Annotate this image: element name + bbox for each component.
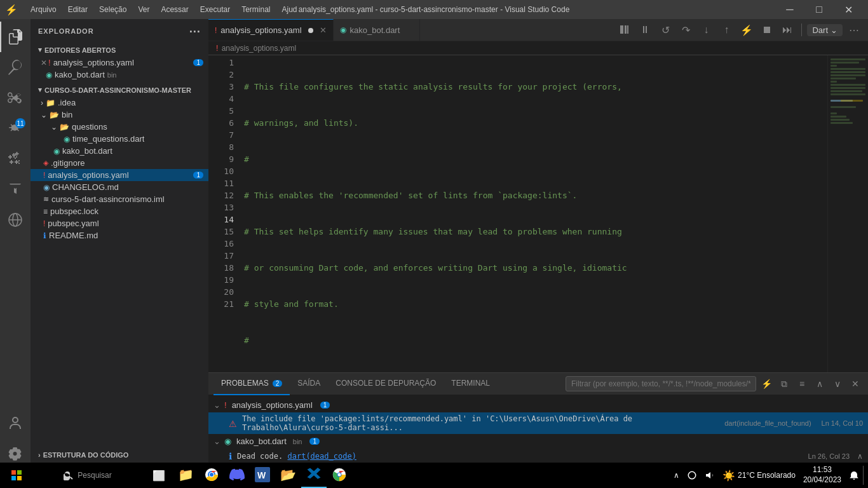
tab-kako[interactable]: ◉ kako_bot.dart ✕: [334, 19, 421, 41]
panel-toolbar: ⚡ ⧉ ≡ ∧ ∨ ✕: [566, 376, 863, 391]
taskbar-notification[interactable]: [845, 463, 863, 488]
maximize-button[interactable]: □: [804, 0, 834, 19]
sidebar-menu-icon[interactable]: ⋯: [189, 24, 201, 38]
yaml-icon-pubspec: !: [43, 219, 45, 228]
sort-btn[interactable]: ≡: [794, 376, 810, 391]
project-header[interactable]: ▾ CURSO-5-DART-ASSINCRONISMO-MASTER: [31, 83, 208, 97]
problem-item-dead-code[interactable]: ℹ Dead code. dart(dead_code) Ln 26, Col …: [208, 449, 868, 463]
menu-acessar[interactable]: Acessar: [156, 4, 193, 15]
menu-selecao[interactable]: Seleção: [94, 4, 132, 15]
activity-debug[interactable]: 11: [0, 113, 31, 144]
taskbar-word[interactable]: W: [250, 463, 275, 488]
taskbar-network[interactable]: [683, 463, 701, 488]
open-editors-header[interactable]: ▾ EDITORES ABERTOS: [31, 43, 208, 57]
problem-item-include[interactable]: ⚠ The include file 'package:lints/recomm…: [208, 412, 868, 434]
close-file-icon[interactable]: ✕: [41, 58, 47, 67]
project-chevron-down: ▾: [38, 86, 42, 94]
activity-accounts[interactable]: [0, 408, 31, 438]
start-button[interactable]: [3, 463, 31, 488]
file-time-questions[interactable]: ◉ time_questions.dart: [31, 133, 208, 145]
activity-explorer[interactable]: [0, 22, 31, 52]
file-kako-tree[interactable]: ◉ kako_bot.dart: [31, 145, 208, 157]
taskbar-chrome[interactable]: [199, 463, 224, 488]
taskbar-chrome-2[interactable]: [327, 463, 352, 488]
activity-extensions[interactable]: [0, 144, 31, 174]
disconnect-btn[interactable]: ⏭: [778, 21, 796, 39]
tab-kako-label: kako_bot.dart: [350, 25, 400, 35]
problem-group-kako-header[interactable]: ⌄ ◉ kako_bot.dart bin 1: [208, 434, 868, 449]
collapse-all-btn[interactable]: ⧉: [776, 376, 792, 391]
svg-rect-10: [831, 81, 837, 83]
taskbar-time[interactable]: 11:53 20/04/2023: [799, 463, 845, 488]
folder-bin[interactable]: ⌄ 📂 bin: [31, 109, 208, 121]
close-button[interactable]: ✕: [834, 0, 863, 19]
folder-questions[interactable]: ⌄ 📂 questions: [31, 121, 208, 133]
scroll-up-btn[interactable]: ∧: [812, 376, 827, 391]
file-pubspec-lock[interactable]: ≡ pubspec.lock: [31, 205, 208, 217]
menu-terminal[interactable]: Terminal: [236, 4, 275, 15]
problem-group-analysis-header[interactable]: ⌄ ! analysis_options.yaml 1: [208, 398, 868, 412]
open-file-analysis[interactable]: ✕ ! analysis_options.yaml 1: [31, 57, 208, 69]
restart-btn[interactable]: ↺: [656, 21, 674, 39]
folder-idea[interactable]: › 📁 .idea: [31, 97, 208, 109]
taskbar-volume[interactable]: [701, 463, 719, 488]
menu-editar[interactable]: Editar: [63, 4, 93, 15]
svg-rect-3: [831, 58, 865, 60]
activity-test[interactable]: [0, 174, 31, 205]
step-into-btn[interactable]: ↓: [697, 21, 715, 39]
step-over-btn[interactable]: ↷: [677, 21, 695, 39]
taskbar-discord[interactable]: [224, 463, 250, 488]
language-selector[interactable]: Dart ⌄: [807, 24, 843, 36]
structure-header[interactable]: › ESTRUTURA DO CÓDIGO: [31, 449, 208, 461]
taskbar-show-desktop[interactable]: [863, 466, 865, 485]
step-out-btn[interactable]: ↑: [717, 21, 735, 39]
continue-btn[interactable]: ⚡: [738, 21, 756, 39]
taskbar-weather[interactable]: ☀️ 21°C Ensolarado: [719, 463, 799, 488]
problem-group-analysis: ⌄ ! analysis_options.yaml 1 ⚠ The includ…: [208, 398, 868, 434]
breadcrumb-file[interactable]: ! analysis_options.yaml: [216, 44, 296, 53]
open-file-kako[interactable]: ◉ kako_bot.dart bin: [31, 69, 208, 81]
activity-scm[interactable]: [0, 83, 31, 113]
tab-analysis-close[interactable]: ✕: [320, 25, 327, 35]
toggle-panel-btn[interactable]: ⏸: [636, 21, 654, 39]
file-iml[interactable]: ≋ curso-5-dart-assincronismo.iml: [31, 193, 208, 205]
menu-ver[interactable]: Ver: [133, 4, 154, 15]
activity-remote[interactable]: [0, 205, 31, 235]
file-readme[interactable]: ℹ README.md: [31, 229, 208, 241]
tab-problems[interactable]: PROBLEMAS 2: [214, 373, 290, 395]
code-editor[interactable]: 123456 789101112 131415 161718192021 # T…: [208, 55, 868, 372]
svg-rect-5: [831, 65, 837, 67]
file-pubspec-yaml[interactable]: ! pubspec.yaml: [31, 217, 208, 229]
search-button[interactable]: Pesquisar: [31, 463, 145, 488]
file-gitignore[interactable]: ◈ .gitignore: [31, 157, 208, 169]
code-line-3: #: [244, 153, 822, 165]
close-panel-btn[interactable]: ✕: [848, 376, 863, 391]
file-analysis-tree[interactable]: ! analysis_options.yaml 1: [31, 169, 208, 181]
stop-btn[interactable]: ⏹: [758, 21, 776, 39]
more-actions-btn[interactable]: ⋯: [845, 21, 863, 39]
taskbar-file-explorer[interactable]: 📁: [173, 463, 199, 488]
taskbar-sys-expand[interactable]: ∧: [670, 463, 683, 488]
minimize-button[interactable]: ─: [775, 0, 804, 19]
tab-debug-console[interactable]: CONSOLE DE DEPURAÇÃO: [328, 373, 444, 395]
menu-arquivo[interactable]: Arquivo: [25, 4, 62, 15]
filter-btn[interactable]: ⚡: [759, 376, 774, 391]
svg-rect-6: [831, 68, 865, 70]
code-content[interactable]: # This file configures the static analys…: [239, 55, 827, 372]
split-editor-btn[interactable]: [616, 21, 634, 39]
terminal-label: TERMINAL: [451, 379, 490, 388]
tab-terminal[interactable]: TERMINAL: [444, 373, 498, 395]
file-pubspec-yaml-label: pubspec.yaml: [48, 219, 98, 228]
activity-search[interactable]: [0, 52, 31, 83]
dead-code-expand[interactable]: ∧: [857, 452, 863, 461]
tab-output[interactable]: SAÍDA: [290, 373, 328, 395]
taskbar-file-explorer-2[interactable]: 📂: [275, 463, 301, 488]
filter-input[interactable]: [566, 376, 756, 391]
file-kako-tree-label: kako_bot.dart: [62, 146, 112, 156]
scroll-down-btn[interactable]: ∨: [830, 376, 845, 391]
task-view-button[interactable]: ⬜: [145, 463, 173, 488]
taskbar-vscode[interactable]: [301, 463, 327, 488]
file-changelog[interactable]: ◉ CHANGELOG.md: [31, 181, 208, 193]
tab-analysis[interactable]: ! analysis_options.yaml ✕: [208, 19, 334, 41]
menu-executar[interactable]: Executar: [195, 4, 235, 15]
